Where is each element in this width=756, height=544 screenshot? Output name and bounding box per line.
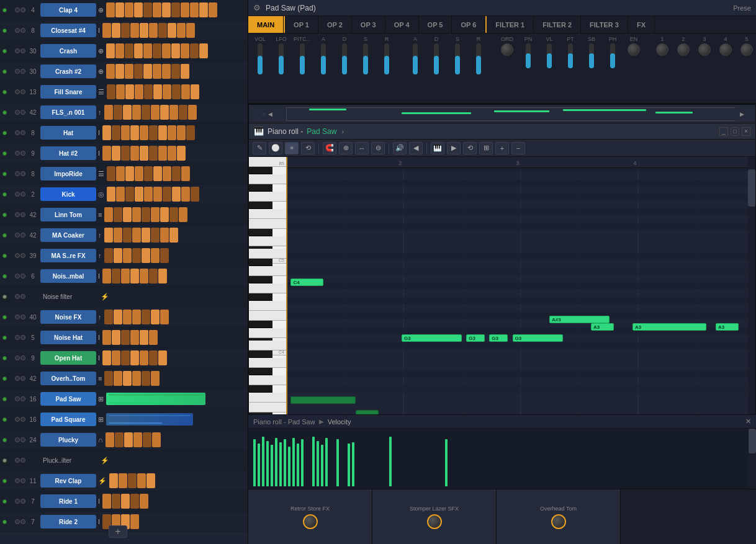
white-key-e3[interactable] bbox=[249, 403, 286, 412]
note-g3-1[interactable]: G3 bbox=[402, 334, 462, 342]
draw-tool[interactable]: ✎ bbox=[253, 142, 266, 154]
kick-track-button[interactable]: Kick bbox=[40, 187, 96, 201]
knob-1[interactable] bbox=[656, 43, 668, 56]
vel-bar[interactable] bbox=[262, 437, 264, 486]
vl-slider[interactable] bbox=[547, 43, 552, 68]
vel-bar[interactable] bbox=[321, 445, 323, 486]
track-name-button[interactable]: Ride 2 bbox=[40, 515, 96, 528]
record-tool[interactable]: ◀ bbox=[409, 142, 423, 154]
piano-roll-grid[interactable]: 2 3 4 C4 G3 G3 G3 G3 A#3 A3 A3 A3 bbox=[286, 157, 755, 432]
white-key-g4[interactable] bbox=[249, 283, 286, 293]
pattern-cell[interactable] bbox=[181, 2, 189, 17]
knob-3[interactable] bbox=[698, 43, 711, 56]
knob-2[interactable] bbox=[677, 43, 690, 56]
vel-bar[interactable] bbox=[258, 444, 260, 486]
pad-saw-pattern[interactable] bbox=[106, 393, 205, 405]
stomper-knob[interactable] bbox=[427, 514, 442, 529]
vel-scrollbar[interactable] bbox=[749, 429, 756, 489]
cut-tool[interactable]: ⚪ bbox=[269, 142, 282, 154]
vel-scrollbar-thumb[interactable] bbox=[749, 429, 756, 453]
synth-tab-filter2[interactable]: FILTER 2 bbox=[534, 16, 581, 33]
track-name-button[interactable]: Fill Snare bbox=[40, 85, 96, 99]
track-name-button[interactable]: Noise FX bbox=[40, 310, 96, 324]
pn-slider[interactable] bbox=[526, 43, 531, 68]
pattern-cell[interactable] bbox=[190, 2, 199, 17]
black-key-bb5[interactable] bbox=[249, 167, 272, 174]
pattern-cell[interactable] bbox=[209, 2, 217, 17]
track-name-button[interactable]: ImpoRide bbox=[40, 167, 96, 181]
vel-bar[interactable] bbox=[297, 444, 299, 486]
scrollbar-thumb[interactable] bbox=[748, 169, 755, 207]
slice-tool[interactable]: ⊖ bbox=[371, 142, 385, 154]
track-name-button[interactable]: Overh..Tom bbox=[40, 372, 96, 385]
pattern-cell[interactable] bbox=[134, 2, 143, 17]
attack2-slider[interactable] bbox=[413, 43, 418, 74]
mute-btn[interactable] bbox=[2, 29, 7, 33]
vel-bar[interactable] bbox=[266, 441, 269, 486]
note-a3-2[interactable]: A3 bbox=[632, 323, 706, 331]
playhead[interactable] bbox=[286, 157, 287, 432]
vel-bar[interactable] bbox=[317, 441, 319, 486]
glue-tool[interactable]: ↔ bbox=[355, 142, 369, 154]
synth-tab-op1[interactable]: OP 1 bbox=[284, 16, 318, 33]
loop-tool[interactable]: ⟲ bbox=[463, 142, 477, 154]
vel-bar[interactable] bbox=[348, 444, 350, 486]
sustain2-slider[interactable] bbox=[455, 43, 460, 74]
close-button[interactable]: × bbox=[742, 127, 750, 136]
pattern-cell[interactable] bbox=[162, 2, 171, 17]
track-name-button[interactable]: Rev Clap bbox=[40, 474, 96, 488]
white-key-b5[interactable]: B5 bbox=[249, 157, 286, 167]
vel-bar[interactable] bbox=[312, 437, 315, 486]
white-key-b4[interactable] bbox=[249, 249, 286, 259]
vel-bar[interactable] bbox=[389, 437, 392, 486]
synth-tab-op4[interactable]: OP 4 bbox=[385, 16, 419, 33]
black-key-ab4[interactable] bbox=[249, 276, 272, 283]
knob-5[interactable] bbox=[740, 43, 753, 56]
white-key-d4[interactable] bbox=[249, 328, 286, 338]
minimize-button[interactable]: _ bbox=[719, 127, 728, 136]
black-key-ab5[interactable] bbox=[249, 184, 272, 192]
vel-bar[interactable] bbox=[271, 445, 273, 486]
vel-bar[interactable] bbox=[352, 442, 354, 486]
white-key-f5[interactable] bbox=[249, 209, 286, 219]
expand-tool[interactable]: ⊞ bbox=[479, 142, 493, 154]
vel-close-icon[interactable]: ✕ bbox=[745, 417, 751, 426]
synth-tab-fx[interactable]: FX bbox=[628, 16, 655, 33]
lfo-slider[interactable] bbox=[279, 43, 284, 74]
zoom-out-tool[interactable]: − bbox=[511, 142, 525, 154]
white-key-b3[interactable] bbox=[249, 341, 286, 350]
pattern-cell[interactable] bbox=[153, 2, 161, 17]
pattern-cell[interactable] bbox=[125, 2, 133, 17]
black-key-gb5[interactable] bbox=[249, 202, 272, 209]
track-name-button[interactable]: FLS_.n 001 bbox=[40, 105, 96, 119]
chevron-right-icon[interactable]: ▶ bbox=[319, 418, 324, 425]
piano-roll-minimap[interactable]: ○ ◀ ▶ bbox=[249, 105, 755, 123]
knob-4[interactable] bbox=[719, 43, 732, 56]
white-key-a5[interactable] bbox=[249, 174, 286, 184]
note-g3-4[interactable]: G3 bbox=[513, 334, 564, 342]
black-key-bb3[interactable] bbox=[249, 350, 272, 358]
note-c4[interactable]: C4 bbox=[290, 279, 323, 286]
vel-bar[interactable] bbox=[253, 439, 256, 486]
en-knob[interactable] bbox=[628, 43, 640, 56]
zoom-in-tool[interactable]: + bbox=[495, 142, 509, 154]
track-name-button[interactable]: Hat #2 bbox=[40, 146, 96, 160]
track-name-button[interactable]: Ride 1 bbox=[40, 494, 96, 508]
speaker-tool[interactable]: 🔊 bbox=[393, 142, 407, 154]
white-key-e4[interactable] bbox=[249, 311, 286, 321]
track-name-button[interactable]: Crash #2 bbox=[40, 65, 96, 78]
white-key-d5[interactable] bbox=[249, 236, 286, 246]
track-name-button[interactable]: Plucky bbox=[40, 433, 96, 447]
note-g3-3[interactable]: G3 bbox=[489, 334, 508, 342]
ord-knob[interactable] bbox=[501, 43, 513, 56]
white-key-g3[interactable] bbox=[249, 375, 286, 385]
synth-tab-op2[interactable]: OP 2 bbox=[318, 16, 352, 33]
sustain1-slider[interactable] bbox=[363, 43, 368, 74]
black-key-eb5[interactable] bbox=[249, 229, 272, 236]
white-key-e5[interactable] bbox=[249, 219, 286, 229]
black-key-eb4[interactable] bbox=[249, 321, 272, 328]
black-key-bb4[interactable] bbox=[249, 259, 272, 266]
add-track-button[interactable]: + bbox=[109, 525, 127, 538]
pattern-cell[interactable] bbox=[171, 2, 180, 17]
track-name-button[interactable]: Closesat #4 bbox=[40, 24, 96, 37]
